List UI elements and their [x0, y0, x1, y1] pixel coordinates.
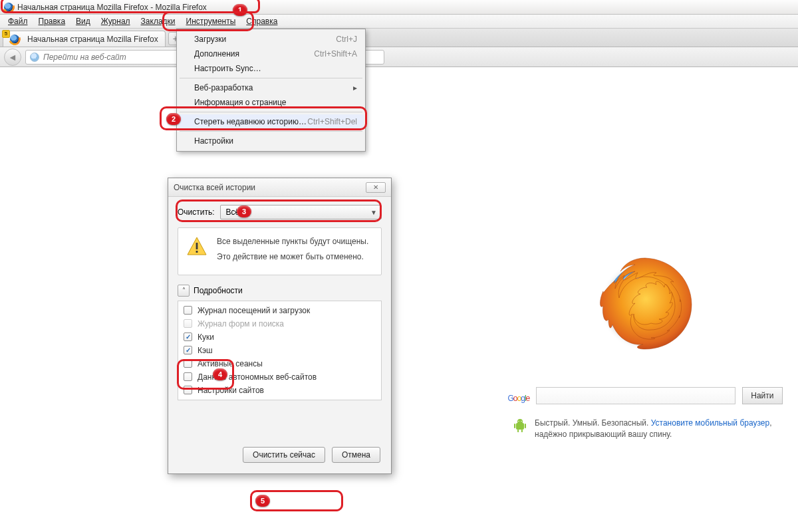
navigation-bar: ◄	[0, 47, 798, 67]
menuitem-settings[interactable]: Настройки	[178, 134, 364, 148]
tab-strip: 5 Начальная страница Mozilla Firefox +	[0, 29, 798, 47]
menu-file[interactable]: Файл	[3, 15, 33, 27]
window-title: Начальная страница Mozilla Firefox - Moz…	[17, 3, 207, 12]
menu-help[interactable]: Справка	[241, 15, 283, 27]
cancel-button[interactable]: Отмена	[332, 447, 380, 463]
chk-cookies[interactable]: Куки	[178, 331, 381, 344]
callout-3-badge: 3	[237, 205, 251, 217]
chk-sessions[interactable]: Активные сеансы	[178, 357, 381, 370]
menuitem-pageinfo[interactable]: Информация о странице	[178, 95, 364, 110]
dialog-close-button[interactable]: ✕	[366, 182, 386, 193]
warning-text-1: Все выделенные пункты будут очищены.	[217, 236, 368, 247]
google-logo: Google	[507, 386, 529, 406]
callout-4-badge: 4	[213, 368, 227, 380]
svg-rect-7	[517, 430, 519, 432]
svg-point-4	[517, 419, 523, 424]
clear-range-label: Очистить:	[178, 207, 215, 217]
warning-panel: Все выделенные пункты будут очищены. Это…	[178, 227, 382, 275]
menu-bookmarks[interactable]: Закладки	[136, 15, 181, 27]
svg-point-9	[518, 421, 519, 422]
details-toggle[interactable]: ˄	[178, 285, 190, 297]
menuitem-clear-history[interactable]: Стереть недавнюю историю…Ctrl+Shift+Del	[178, 114, 364, 129]
menuitem-downloads[interactable]: ЗагрузкиCtrl+J	[178, 32, 364, 47]
callout-2-badge: 2	[166, 113, 181, 125]
google-search-button[interactable]: Найти	[742, 387, 782, 404]
svg-rect-5	[514, 424, 515, 428]
menuitem-addons[interactable]: ДополненияCtrl+Shift+A	[178, 47, 364, 61]
menu-separator	[180, 78, 362, 78]
dialog-titlebar: Очистка всей истории ✕	[168, 178, 391, 197]
menuitem-sync[interactable]: Настроить Sync…	[178, 61, 364, 76]
tab-home[interactable]: 5 Начальная страница Mozilla Firefox	[3, 31, 166, 47]
svg-rect-8	[521, 430, 523, 432]
svg-rect-6	[525, 424, 526, 428]
clear-history-dialog: Очистка всей истории ✕ Очистить: Всё ▼ В…	[168, 178, 392, 474]
tools-dropdown: ЗагрузкиCtrl+J ДополненияCtrl+Shift+A На…	[176, 29, 366, 152]
clear-now-button[interactable]: Очистить сейчас	[243, 447, 325, 463]
google-search-input[interactable]	[536, 387, 735, 404]
menubar: Файл Правка Вид Журнал Закладки Инструме…	[0, 15, 798, 29]
svg-rect-2	[196, 251, 198, 253]
menu-edit[interactable]: Правка	[33, 15, 71, 27]
android-promo-text: Быстрый. Умный. Безопасный. Установите м…	[535, 418, 778, 441]
firefox-icon	[4, 3, 13, 12]
menu-history[interactable]: Журнал	[96, 15, 136, 27]
firefox-logo	[595, 253, 695, 352]
warning-text-2: Это действие не может быть отменено.	[217, 251, 368, 263]
callout-1-badge: 1	[233, 4, 247, 16]
menuitem-webdev[interactable]: Веб-разработка▸	[178, 80, 364, 95]
warning-icon	[186, 236, 207, 257]
svg-rect-1	[196, 243, 198, 249]
window-titlebar: Начальная страница Mozilla Firefox - Moz…	[0, 0, 798, 15]
chk-visits[interactable]: Журнал посещений и загрузок	[178, 304, 381, 317]
details-checklist: Журнал посещений и загрузок Журнал форм …	[178, 301, 382, 400]
menu-separator	[180, 112, 362, 112]
back-button[interactable]: ◄	[4, 49, 21, 66]
submenu-arrow-icon: ▸	[353, 83, 357, 92]
chk-forms: Журнал форм и поиска	[178, 317, 381, 331]
callout-5-badge: 5	[255, 495, 270, 507]
chk-offline[interactable]: Данные автономных веб-сайтов	[178, 370, 381, 384]
home-content: Google Найти Быстрый. Умный. Безопасный.…	[505, 253, 785, 441]
svg-point-10	[521, 421, 521, 422]
menu-separator	[180, 131, 362, 132]
menu-view[interactable]: Вид	[70, 15, 96, 27]
globe-icon	[30, 53, 39, 62]
firefox-icon	[10, 35, 19, 44]
android-icon	[512, 418, 528, 441]
dialog-title: Очистка всей истории	[174, 183, 255, 192]
menu-tools[interactable]: Инструменты	[181, 15, 241, 27]
details-label: Подробности	[194, 286, 243, 295]
tab-label: Начальная страница Mozilla Firefox	[27, 35, 158, 44]
chk-cache[interactable]: Кэш	[178, 344, 381, 357]
chevron-down-icon: ▼	[370, 209, 377, 216]
chk-siteprefs[interactable]: Настройки сайтов	[178, 384, 381, 397]
install-mobile-link[interactable]: Установите мобильный браузер	[651, 418, 769, 428]
